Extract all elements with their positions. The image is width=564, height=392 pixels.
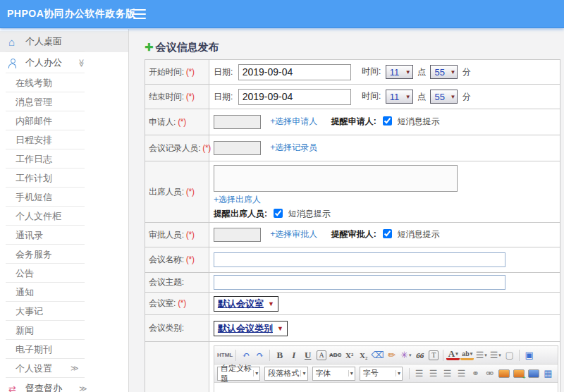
sidebar-item-news[interactable]: 新闻 bbox=[0, 321, 128, 340]
choose-applicant-link[interactable]: +选择申请人 bbox=[270, 116, 317, 126]
font-size-select[interactable]: 字号 bbox=[360, 367, 403, 381]
meeting-topic-input[interactable] bbox=[214, 275, 505, 290]
paste-icon[interactable]: T bbox=[429, 350, 439, 360]
remind-applicant-checkbox[interactable] bbox=[383, 116, 392, 125]
row-end-time: 结束时间:(*) 日期: 时间: 11▼ 点 55▼ 分 bbox=[145, 85, 560, 109]
link-icon[interactable]: ⚭ bbox=[469, 367, 482, 380]
approver-input[interactable] bbox=[214, 228, 261, 242]
shuffle-icon: ⇄ bbox=[8, 384, 23, 392]
end-minute-select[interactable]: 55▼ bbox=[430, 90, 458, 104]
sidebar-item-internal-mail[interactable]: 内部邮件 bbox=[0, 111, 128, 130]
font-color-icon[interactable]: A bbox=[446, 350, 460, 360]
redo-icon[interactable]: ↷ bbox=[253, 348, 266, 362]
choose-approver-link[interactable]: +选择审批人 bbox=[270, 229, 317, 239]
font-family-select[interactable]: 字体 bbox=[312, 367, 355, 381]
align-left-icon[interactable]: ☰ bbox=[412, 367, 426, 380]
italic-icon[interactable]: I bbox=[287, 348, 300, 362]
end-hour-select[interactable]: 11▼ bbox=[386, 90, 413, 104]
paragraph-format-select[interactable]: 段落格式 bbox=[264, 367, 307, 381]
row-attendees: 出席人员:(*) +选择出席人 提醒出席人员: 短消息提示 bbox=[145, 161, 560, 223]
toolbar-separator bbox=[235, 350, 236, 361]
meeting-category-select[interactable]: 默认会议类别 ▼ bbox=[214, 321, 288, 336]
field-label: 申请人: bbox=[149, 117, 176, 127]
highlight-icon[interactable]: ab bbox=[460, 350, 474, 360]
toolbar-separator bbox=[269, 350, 270, 361]
fullscreen-icon[interactable]: ▣ bbox=[522, 348, 536, 362]
rich-text-editor: HTML↶↷BIUAABCX²X₂⌫✏✳66TAab☰☰▢▣ 自定义标题段落格式… bbox=[214, 345, 558, 392]
sidebar-item-online-attendance[interactable]: 在线考勤 bbox=[0, 73, 128, 92]
html-source-icon[interactable]: HTML bbox=[217, 348, 233, 362]
field-label: 会议室: bbox=[149, 298, 176, 308]
sidebar-item-schedule[interactable]: 日程安排 bbox=[0, 130, 128, 149]
new-page-icon[interactable]: ▢ bbox=[503, 348, 516, 362]
required-mark: (*) bbox=[186, 230, 195, 240]
sidebar-item-work-plan[interactable]: 工作计划 bbox=[0, 169, 128, 188]
strikethrough-icon[interactable]: ABC bbox=[329, 348, 342, 362]
choose-attendees-link[interactable]: +选择出席人 bbox=[214, 195, 261, 204]
start-minute-select[interactable]: 55▼ bbox=[430, 65, 458, 79]
row-start-time: 开始时间:(*) 日期: 时间: 11▼ 点 55▼ 分 bbox=[145, 60, 560, 85]
choose-recorder-link[interactable]: +选择记录员 bbox=[270, 142, 317, 152]
applicant-input[interactable] bbox=[214, 115, 261, 129]
format-brush-icon[interactable]: ✏ bbox=[385, 348, 398, 362]
sidebar-item-mobile-sms[interactable]: 手机短信 bbox=[0, 188, 128, 207]
row-applicant: 申请人:(*) +选择申请人 提醒申请人: 短消息提示 bbox=[145, 109, 560, 135]
sidebar-item-message-management[interactable]: 消息管理 bbox=[0, 92, 128, 111]
remind-attendees-checkbox[interactable] bbox=[274, 209, 283, 218]
eraser-icon[interactable]: ⌫ bbox=[371, 348, 384, 362]
align-right-icon[interactable]: ☰ bbox=[441, 367, 454, 380]
sidebar-item-notice[interactable]: 通知 bbox=[0, 283, 128, 302]
user-icon bbox=[8, 59, 17, 68]
sidebar-item-e-journal[interactable]: 电子期刊 bbox=[0, 340, 128, 359]
blockquote-icon[interactable]: 66 bbox=[413, 348, 427, 362]
sidebar-item-label: 个人桌面 bbox=[25, 35, 62, 48]
justify-icon[interactable]: ☰ bbox=[455, 367, 468, 380]
start-date-input[interactable] bbox=[238, 64, 351, 80]
toolbar-separator bbox=[443, 350, 443, 361]
select-arrow-icon: ▼ bbox=[405, 94, 411, 100]
font-border-icon[interactable]: A bbox=[317, 350, 326, 360]
subscript-icon[interactable]: X₂ bbox=[357, 348, 370, 362]
end-date-input[interactable] bbox=[238, 89, 351, 105]
select-arrow-icon: ▼ bbox=[277, 325, 283, 332]
ordered-list-icon[interactable]: ☰ bbox=[474, 348, 488, 362]
snapshot-icon[interactable] bbox=[513, 369, 525, 378]
undo-icon[interactable]: ↶ bbox=[239, 348, 252, 362]
hamburger-menu-icon[interactable] bbox=[133, 13, 146, 15]
table-icon[interactable]: ▦ bbox=[541, 367, 555, 380]
sidebar-item-events[interactable]: 大事记 bbox=[0, 302, 128, 321]
sidebar-item-office[interactable]: 个人办公 ≫ bbox=[0, 52, 128, 73]
align-center-icon[interactable]: ☰ bbox=[427, 367, 440, 380]
required-mark: (*) bbox=[178, 298, 186, 308]
editor-toolbar-row-1: HTML↶↷BIUAABCX²X₂⌫✏✳66TAab☰☰▢▣ bbox=[214, 346, 558, 365]
image-icon[interactable] bbox=[498, 369, 510, 378]
sidebar-item-work-log[interactable]: 工作日志 bbox=[0, 149, 128, 169]
editor-toolbar-row-2: 自定义标题段落格式字体字号 ☰☰☰☰⚭⚮▦ bbox=[214, 365, 558, 383]
media-icon[interactable] bbox=[528, 369, 539, 378]
recorder-input[interactable] bbox=[214, 141, 261, 155]
custom-title-select[interactable]: 自定义标题 bbox=[217, 367, 260, 381]
bold-icon[interactable]: B bbox=[273, 348, 286, 362]
sidebar-item-announcement[interactable]: 公告 bbox=[0, 264, 128, 283]
meeting-room-select[interactable]: 默认会议室 ▼ bbox=[214, 296, 278, 312]
sidebar-item-supervision[interactable]: ⇄ 督查督办 ≫ bbox=[0, 378, 128, 392]
attendees-textarea[interactable] bbox=[214, 165, 458, 192]
toolbar-separator bbox=[409, 368, 410, 379]
sidebar-item-contacts[interactable]: 通讯录 bbox=[0, 226, 128, 245]
sidebar-item-file-cabinet[interactable]: 个人文件柜 bbox=[0, 207, 128, 226]
auto-typeset-icon[interactable]: ✳ bbox=[399, 348, 412, 362]
superscript-icon[interactable]: X² bbox=[343, 348, 356, 362]
underline-icon[interactable]: U bbox=[301, 348, 314, 362]
editor-content-area[interactable] bbox=[214, 383, 558, 392]
sidebar-item-desktop[interactable]: ⌂ 个人桌面 bbox=[0, 31, 128, 52]
start-hour-select[interactable]: 11▼ bbox=[386, 65, 413, 79]
required-mark: (*) bbox=[202, 143, 211, 153]
remind-approver-checkbox[interactable] bbox=[383, 229, 392, 238]
unordered-list-icon[interactable]: ☰ bbox=[489, 348, 502, 362]
meeting-form: 开始时间:(*) 日期: 时间: 11▼ 点 55▼ 分 结束时间:(*) 日期… bbox=[145, 59, 560, 392]
sidebar-item-meeting-service[interactable]: 会务服务 bbox=[0, 245, 128, 264]
field-label: 出席人员: bbox=[149, 187, 184, 197]
sidebar-item-settings[interactable]: 个人设置 ≫ bbox=[0, 359, 128, 378]
unlink-icon[interactable]: ⚮ bbox=[483, 367, 496, 380]
meeting-name-input[interactable] bbox=[214, 252, 505, 267]
